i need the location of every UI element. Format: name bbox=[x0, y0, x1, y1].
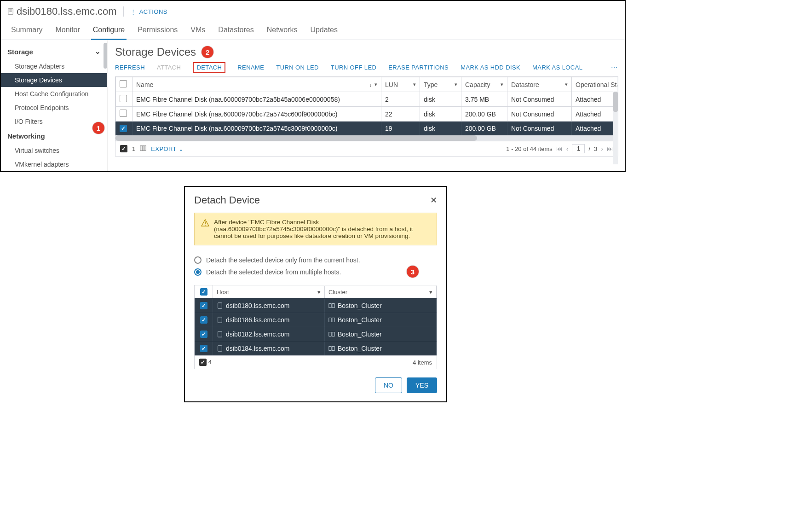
filter-icon[interactable]: ▾ bbox=[317, 289, 321, 296]
cell-cluster: Boston_Cluster bbox=[338, 302, 382, 309]
col-check-all[interactable] bbox=[195, 285, 213, 298]
export-btn[interactable]: EXPORT ⌄ bbox=[151, 145, 184, 153]
yes-button[interactable]: YES bbox=[407, 377, 437, 393]
tab-vms[interactable]: VMs bbox=[189, 21, 207, 40]
row-checkbox[interactable] bbox=[200, 302, 207, 309]
menu-dots-icon: ⋮ bbox=[130, 8, 137, 15]
btn-erase-partitions[interactable]: ERASE PARTITIONS bbox=[388, 63, 449, 72]
row-checkbox[interactable] bbox=[200, 316, 207, 324]
col-type[interactable]: Type▾ bbox=[420, 77, 461, 92]
col-lun[interactable]: LUN▾ bbox=[381, 77, 420, 92]
row-checkbox[interactable] bbox=[120, 125, 127, 132]
hosts-row[interactable]: dsib0182.lss.emc.com Boston_Cluster bbox=[195, 327, 437, 341]
close-icon[interactable]: ✕ bbox=[430, 195, 437, 205]
svg-rect-4 bbox=[142, 145, 144, 151]
host-config-window: dsib0180.lss.emc.com ⋮ ACTIONS Summary M… bbox=[0, 0, 626, 172]
tab-permissions[interactable]: Permissions bbox=[136, 21, 179, 40]
sb-head-storage[interactable]: Storage ⌄ bbox=[1, 44, 107, 59]
filter-icon[interactable]: ▾ bbox=[565, 81, 568, 87]
check-all-icon[interactable] bbox=[120, 80, 127, 87]
col-cluster[interactable]: Cluster▾ bbox=[325, 286, 437, 298]
pager-sep: / bbox=[588, 145, 590, 152]
filter-icon[interactable]: ▾ bbox=[429, 289, 432, 296]
svg-rect-3 bbox=[140, 145, 142, 151]
btn-turn-off-led[interactable]: TURN OFF LED bbox=[331, 63, 376, 72]
hosts-selected-count: 4 bbox=[208, 359, 212, 366]
pager-first[interactable]: ⏮ bbox=[556, 145, 563, 152]
col-datastore[interactable]: Datastore▾ bbox=[507, 77, 572, 92]
btn-rename[interactable]: RENAME bbox=[237, 63, 264, 72]
hosts-footer: 4 4 items bbox=[195, 355, 437, 369]
row-checkbox[interactable] bbox=[120, 110, 127, 117]
sidebar-item-vmkernel-adapters[interactable]: VMkernel adapters bbox=[1, 157, 107, 171]
sort-down-icon[interactable]: ↓ bbox=[369, 82, 372, 87]
radio-icon bbox=[194, 268, 202, 276]
btn-mark-hdd[interactable]: MARK AS HDD DISK bbox=[461, 63, 520, 72]
table-row-selected[interactable]: EMC Fibre Channel Disk (naa.600009700bc7… bbox=[116, 122, 618, 135]
sidebar-item-host-cache[interactable]: Host Cache Configuration bbox=[1, 87, 107, 101]
table-hscrollbar[interactable] bbox=[115, 135, 618, 141]
sidebar-item-storage-devices[interactable]: Storage Devices bbox=[1, 73, 107, 87]
row-checkbox[interactable] bbox=[120, 95, 127, 102]
filter-icon[interactable]: ▾ bbox=[374, 81, 377, 87]
tab-summary[interactable]: Summary bbox=[9, 21, 44, 40]
row-checkbox[interactable] bbox=[200, 345, 207, 352]
filter-icon[interactable]: ▾ bbox=[455, 81, 457, 87]
cell-capacity: 3.75 MB bbox=[461, 92, 507, 107]
svg-rect-2 bbox=[9, 11, 12, 12]
table-row[interactable]: EMC Fibre Channel Disk (naa.600009700bc7… bbox=[116, 107, 618, 122]
col-check-all[interactable] bbox=[116, 77, 132, 92]
filter-icon[interactable]: ▾ bbox=[501, 81, 503, 87]
sidebar-item-virtual-switches[interactable]: Virtual switches bbox=[1, 144, 107, 157]
radio-current-host[interactable]: Detach the selected device only from the… bbox=[194, 256, 437, 264]
cell-capacity: 200.00 GB bbox=[461, 122, 507, 135]
sidebar-scrollbar[interactable] bbox=[104, 43, 107, 69]
cell-datastore: Not Consumed bbox=[507, 107, 572, 122]
tab-networks[interactable]: Networks bbox=[265, 21, 299, 40]
pager-page-input[interactable] bbox=[572, 144, 585, 153]
radio-multi-label: Detach the selected device from multiple… bbox=[206, 268, 341, 276]
chevron-down-icon: ⌄ bbox=[179, 145, 184, 152]
cell-datastore: Not Consumed bbox=[507, 92, 572, 107]
cell-cluster: Boston_Cluster bbox=[338, 331, 382, 338]
tab-configure[interactable]: Configure bbox=[91, 21, 127, 40]
hosts-row[interactable]: dsib0180.lss.emc.com Boston_Cluster bbox=[195, 298, 437, 313]
sb-head-networking[interactable]: Networking bbox=[1, 128, 107, 144]
sidebar-item-io-filters[interactable]: I/O Filters bbox=[1, 115, 107, 128]
hosts-row[interactable]: dsib0186.lss.emc.com Boston_Cluster bbox=[195, 313, 437, 327]
col-name[interactable]: Name↓▾ bbox=[132, 77, 381, 92]
toolbar-more-icon[interactable]: ⋯ bbox=[611, 64, 618, 71]
cluster-icon bbox=[328, 331, 335, 337]
col-cluster-label: Cluster bbox=[328, 289, 347, 296]
pager-prev[interactable]: ‹ bbox=[566, 145, 569, 152]
btn-refresh[interactable]: REFRESH bbox=[115, 63, 145, 72]
radio-multi-hosts[interactable]: Detach the selected device from multiple… bbox=[194, 268, 437, 276]
btn-detach[interactable]: DETACH bbox=[193, 62, 225, 73]
hosts-row[interactable]: dsib0184.lss.emc.com Boston_Cluster bbox=[195, 341, 437, 355]
col-capacity[interactable]: Capacity▾ bbox=[461, 77, 507, 92]
tab-datastores[interactable]: Datastores bbox=[216, 21, 255, 40]
filter-icon[interactable]: ▾ bbox=[413, 81, 416, 87]
check-all-icon[interactable] bbox=[200, 288, 207, 296]
tab-updates[interactable]: Updates bbox=[308, 21, 340, 40]
row-checkbox[interactable] bbox=[200, 331, 207, 338]
svg-rect-14 bbox=[332, 318, 334, 322]
col-host[interactable]: Host▾ bbox=[213, 286, 325, 298]
sidebar-item-storage-adapters[interactable]: Storage Adapters bbox=[1, 59, 107, 73]
table-row[interactable]: EMC Fibre Channel Disk (naa.600009700bc7… bbox=[116, 92, 618, 107]
no-button[interactable]: NO bbox=[375, 377, 402, 393]
sb-head-storage-label: Storage bbox=[7, 48, 33, 56]
sidebar-item-protocol-endpoints[interactable]: Protocol Endpoints bbox=[1, 101, 107, 115]
pager-next[interactable]: › bbox=[601, 145, 603, 152]
tab-monitor[interactable]: Monitor bbox=[53, 21, 81, 40]
btn-mark-local[interactable]: MARK AS LOCAL bbox=[532, 63, 582, 72]
col-capacity-label: Capacity bbox=[465, 81, 490, 88]
columns-icon[interactable] bbox=[140, 145, 146, 153]
col-opstate[interactable]: Operational State bbox=[572, 77, 618, 92]
host-title: dsib0180.lss.emc.com bbox=[7, 6, 117, 17]
warning-icon bbox=[201, 219, 209, 239]
pager-last[interactable]: ⏭ bbox=[607, 145, 613, 152]
actions-menu[interactable]: ⋮ ACTIONS bbox=[130, 8, 167, 15]
btn-turn-on-led[interactable]: TURN ON LED bbox=[276, 63, 319, 72]
svg-rect-15 bbox=[218, 331, 222, 337]
